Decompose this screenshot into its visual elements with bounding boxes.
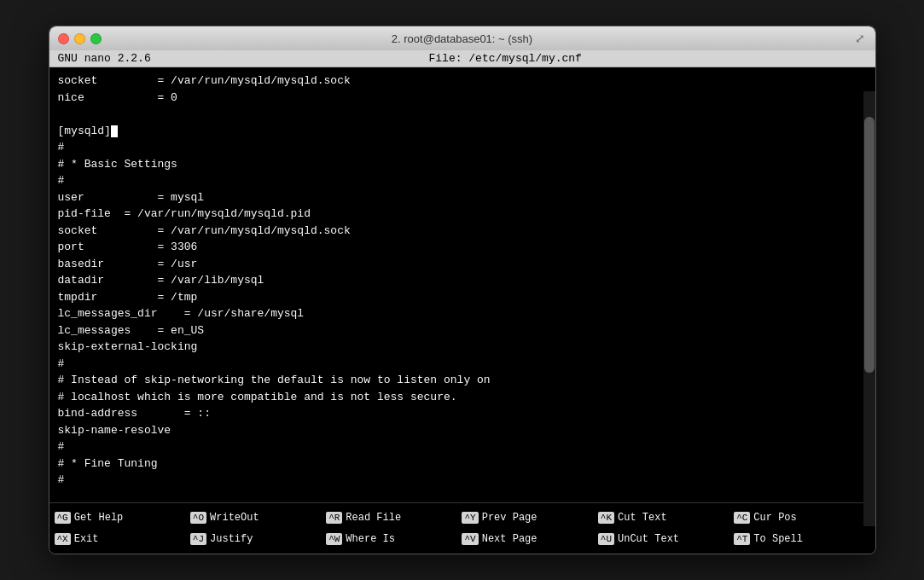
shortcut-exit[interactable]: ^X Exit	[55, 533, 190, 545]
label-prev-page: Prev Page	[482, 512, 538, 524]
label-exit: Exit	[74, 533, 99, 545]
key-exit: ^X	[55, 533, 71, 545]
shortcut-justify[interactable]: ^J Justify	[190, 533, 326, 545]
window-title: 2. root@database01: ~ (ssh)	[392, 32, 532, 45]
scrollbar[interactable]	[863, 91, 875, 526]
shortcut-writeout[interactable]: ^O WriteOut	[190, 512, 326, 524]
shortcut-next-page[interactable]: ^V Next Page	[462, 533, 597, 545]
label-cut-text: Cut Text	[618, 512, 667, 524]
key-writeout: ^O	[190, 512, 206, 524]
label-uncut-text: UnCut Text	[618, 533, 679, 545]
key-justify: ^J	[190, 533, 206, 545]
footer-row-2: ^X Exit ^J Justify ^W Where Is ^V Next P…	[49, 529, 875, 551]
label-justify: Justify	[210, 533, 253, 545]
key-get-help: ^G	[55, 512, 71, 524]
key-read-file: ^R	[326, 512, 342, 524]
nano-footer: ^G Get Help ^O WriteOut ^R Read File ^Y …	[49, 502, 875, 554]
traffic-lights	[58, 33, 102, 44]
key-next-page: ^V	[462, 533, 478, 545]
label-writeout: WriteOut	[210, 512, 259, 524]
key-where-is: ^W	[326, 533, 342, 545]
shortcut-uncut-text[interactable]: ^U UnCut Text	[598, 533, 734, 545]
label-get-help: Get Help	[74, 512, 124, 524]
shortcut-cur-pos[interactable]: ^C Cur Pos	[734, 512, 869, 524]
key-to-spell: ^T	[734, 533, 750, 545]
nano-file: File: /etc/mysql/my.cnf	[428, 52, 581, 65]
shortcut-to-spell[interactable]: ^T To Spell	[734, 533, 869, 545]
label-read-file: Read File	[346, 512, 401, 524]
label-cur-pos: Cur Pos	[753, 512, 796, 524]
resize-icon[interactable]: ⤢	[853, 32, 867, 45]
label-where-is: Where Is	[346, 533, 395, 545]
label-next-page: Next Page	[482, 533, 538, 545]
nano-header-right	[860, 52, 867, 65]
key-prev-page: ^Y	[462, 512, 478, 524]
shortcut-cut-text[interactable]: ^K Cut Text	[598, 512, 734, 524]
footer-row-1: ^G Get Help ^O WriteOut ^R Read File ^Y …	[49, 507, 875, 529]
close-button[interactable]	[58, 33, 69, 44]
scrollbar-thumb[interactable]	[864, 117, 875, 373]
shortcut-get-help[interactable]: ^G Get Help	[55, 512, 190, 524]
nano-version: GNU nano 2.2.6	[58, 52, 151, 65]
content-text: socket = /var/run/mysqld/mysqld.sock nic…	[58, 72, 846, 489]
shortcut-where-is[interactable]: ^W Where Is	[326, 533, 462, 545]
shortcut-prev-page[interactable]: ^Y Prev Page	[462, 512, 597, 524]
minimize-button[interactable]	[74, 33, 85, 44]
nano-content[interactable]: socket = /var/run/mysqld/mysqld.sock nic…	[49, 67, 863, 502]
key-cut-text: ^K	[598, 512, 614, 524]
shortcut-read-file[interactable]: ^R Read File	[326, 512, 462, 524]
title-bar: 2. root@database01: ~ (ssh) ⤢	[49, 26, 875, 50]
maximize-button[interactable]	[90, 33, 102, 44]
terminal-window: 2. root@database01: ~ (ssh) ⤢ GNU nano 2…	[49, 26, 876, 554]
label-to-spell: To Spell	[753, 533, 803, 545]
key-cur-pos: ^C	[734, 512, 750, 524]
nano-header: GNU nano 2.2.6 File: /etc/mysql/my.cnf	[49, 50, 875, 67]
key-uncut-text: ^U	[598, 533, 614, 545]
